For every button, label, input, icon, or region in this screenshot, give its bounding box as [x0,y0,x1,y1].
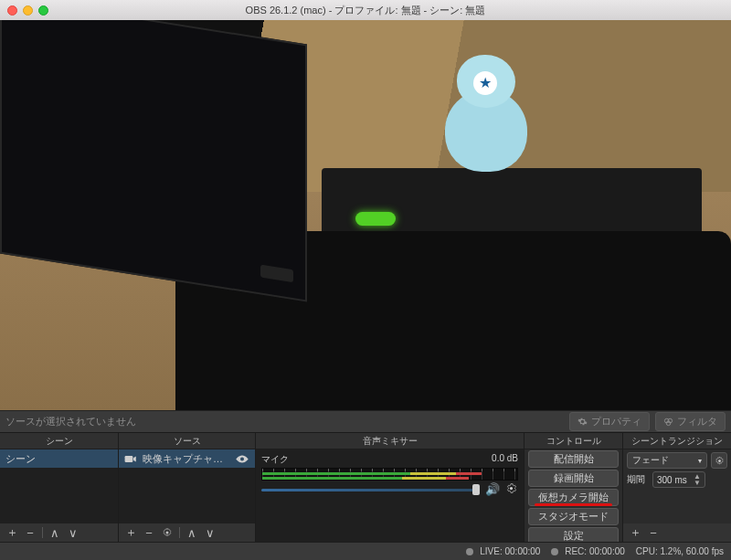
gear-icon [505,482,517,494]
scene-item[interactable]: シーン [0,449,118,468]
scene-move-down-button[interactable]: ∨ [65,525,81,540]
studio-mode-button[interactable]: スタジオモード [528,508,619,525]
preview-area[interactable]: ★ [0,20,731,410]
mixer-track: マイク 0.0 dB 🔊 [256,449,524,496]
separator [179,527,180,538]
minimize-window-button[interactable] [23,5,33,16]
audio-mixer-title: 音声ミキサー [256,433,524,449]
svg-point-6 [718,460,721,462]
transitions-toolbar: ＋ − [623,523,731,542]
filters-button[interactable]: フィルタ [655,412,726,431]
controls-panel-title: コントロール [524,433,622,449]
audio-mixer-body: マイク 0.0 dB 🔊 [256,449,524,542]
status-rec-time: 00:00:00 [589,546,625,556]
source-item[interactable]: 映像キャプチャデバイ.. [119,449,255,468]
chevron-down-icon: ▾ [698,457,702,465]
spinner-arrows-icon[interactable]: ▲▼ [694,473,701,486]
source-move-down-button[interactable]: ∨ [202,525,218,540]
status-bar: LIVE: 00:00:00 REC: 00:00:00 CPU: 1.2%, … [0,542,731,560]
eye-icon[interactable] [235,454,249,464]
filter-icon [663,417,673,427]
status-live-label: LIVE: [480,546,502,556]
status-live-time: 00:00:00 [504,546,540,556]
gear-icon [162,527,173,538]
scene-move-up-button[interactable]: ∧ [47,525,63,540]
svg-point-5 [510,487,513,490]
scene-transitions-panel: シーントランジション フェード ▾ 期間 300 ms ▲▼ ＋ [623,433,731,542]
audio-mixer-panel: 音声ミキサー マイク 0.0 dB 🔊 [256,433,524,542]
source-move-up-button[interactable]: ∧ [184,525,200,540]
transition-select[interactable]: フェード ▾ [627,452,707,469]
add-transition-button[interactable]: ＋ [627,525,643,540]
status-live: LIVE: 00:00:00 [466,546,540,556]
mixer-level-meter [261,468,518,481]
svg-point-4 [166,532,169,534]
status-rec: REC: 00:00:00 [551,546,624,556]
remove-scene-button[interactable]: − [22,525,38,540]
mixer-settings-button[interactable] [505,482,518,496]
maximize-window-button[interactable] [38,5,48,16]
gear-icon [577,417,588,427]
start-streaming-button[interactable]: 配信開始 [528,450,619,468]
sources-panel: ソース 映像キャプチャデバイ.. ＋ − ∧ ∨ [119,433,256,542]
window-titlebar: OBS 26.1.2 (mac) - プロファイル: 無題 - シーン: 無題 [0,0,731,20]
svg-rect-3 [125,456,133,462]
gear-icon [715,456,725,466]
filters-button-label: フィルタ [677,415,717,428]
scenes-list[interactable]: シーン [0,449,118,523]
live-dot-icon [466,548,473,555]
remove-transition-button[interactable]: − [645,525,662,540]
add-scene-button[interactable]: ＋ [4,525,20,540]
transition-duration-input[interactable]: 300 ms ▲▼ [652,471,705,488]
start-recording-button[interactable]: 録画開始 [528,470,619,487]
mixer-volume-slider[interactable] [261,483,480,496]
camera-icon [124,454,137,464]
dock: シーン シーン ＋ − ∧ ∨ ソース 映像キャプチャデバイ.. ＋ − [0,432,731,542]
transition-selected-label: フェード [632,454,669,467]
add-source-button[interactable]: ＋ [122,525,139,540]
remove-source-button[interactable]: − [141,525,157,540]
start-virtual-camera-button[interactable]: 仮想カメラ開始 [528,489,619,506]
sources-toolbar: ＋ − ∧ ∨ [119,523,255,542]
mixer-track-db: 0.0 dB [492,453,518,466]
status-cpu: CPU: 1.2%, 60.00 fps [636,546,724,556]
sources-panel-title: ソース [119,433,255,449]
controls-panel: コントロール 配信開始 録画開始 仮想カメラ開始 スタジオモード 設定 終了 [524,433,623,542]
scenes-panel: シーン シーン ＋ − ∧ ∨ [0,433,119,542]
mixer-track-name: マイク [261,453,289,466]
separator [42,527,43,538]
settings-button[interactable]: 設定 [528,527,619,542]
transition-duration-value: 300 ms [657,475,687,485]
scenes-panel-title: シーン [0,433,118,449]
preview-toolbar: ソースが選択されていません プロパティ フィルタ [0,410,731,432]
sources-list[interactable]: 映像キャプチャデバイ.. [119,449,255,523]
properties-button-label: プロパティ [591,415,641,428]
close-window-button[interactable] [7,5,17,16]
scenes-toolbar: ＋ − ∧ ∨ [0,523,118,542]
rec-dot-icon [551,548,558,555]
properties-button[interactable]: プロパティ [569,412,650,431]
scene-transitions-body: フェード ▾ 期間 300 ms ▲▼ [623,449,731,523]
window-traffic-lights [7,5,48,16]
no-source-selected-label: ソースが選択されていません [5,415,564,428]
status-rec-label: REC: [565,546,587,556]
source-item-label: 映像キャプチャデバイ.. [143,452,229,466]
speaker-icon[interactable]: 🔊 [485,482,500,496]
transition-settings-button[interactable] [711,452,727,469]
window-title: OBS 26.1.2 (mac) - プロファイル: 無題 - シーン: 無題 [0,4,731,17]
controls-list: 配信開始 録画開始 仮想カメラ開始 スタジオモード 設定 終了 [524,449,622,542]
preview-canvas: ★ [0,20,731,410]
scene-item-label: シーン [5,452,36,466]
source-properties-button[interactable] [159,525,175,540]
scene-transitions-title: シーントランジション [623,433,731,449]
transition-duration-label: 期間 [627,473,649,486]
